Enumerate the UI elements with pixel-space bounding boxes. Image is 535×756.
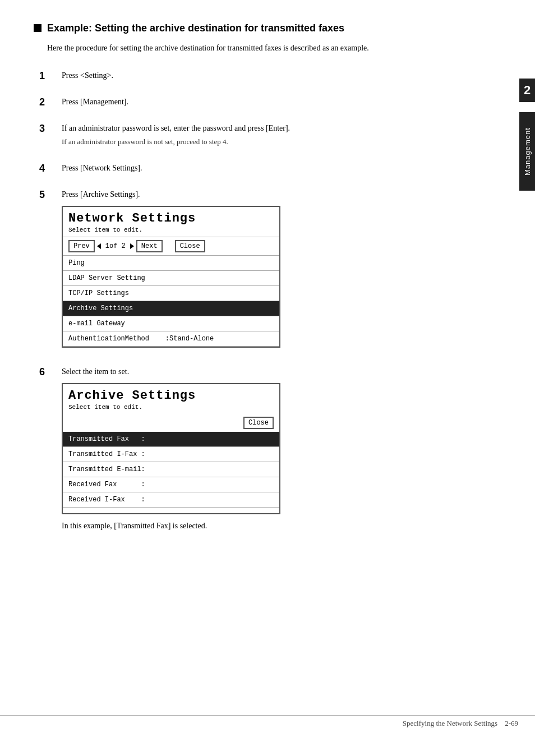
- archive-settings-screen: Archive Settings Select item to edit. Cl…: [62, 383, 280, 514]
- step-1: 1 Press <Setting>.: [39, 70, 501, 84]
- close-button-screen1[interactable]: Close: [175, 240, 205, 252]
- section-title: Example: Setting the archive destination…: [47, 22, 344, 34]
- menu-item-received-ifax[interactable]: Received I-Fax :: [63, 492, 279, 508]
- menu-item-auth-method[interactable]: AuthenticationMethod :Stand-Alone: [63, 331, 279, 347]
- screen2-title: Archive Settings: [63, 384, 279, 404]
- step-1-content: Press <Setting>.: [62, 70, 501, 84]
- menu-item-archive-settings[interactable]: Archive Settings: [63, 301, 279, 316]
- chapter-number: 2: [519, 79, 535, 102]
- prev-button[interactable]: Prev: [68, 240, 95, 252]
- step-6-content: Select the item to set. Archive Settings…: [62, 366, 501, 534]
- close-button-screen2[interactable]: Close: [243, 417, 274, 429]
- step-6: 6 Select the item to set. Archive Settin…: [39, 366, 501, 534]
- step-2-number: 2: [39, 96, 56, 109]
- screen1-subtitle: Select item to edit.: [63, 227, 279, 237]
- menu-item-ldap[interactable]: LDAP Server Setting: [63, 271, 279, 286]
- menu-item-received-fax[interactable]: Received Fax :: [63, 477, 279, 492]
- next-button[interactable]: Next: [136, 240, 163, 252]
- screen1-toolbar: Prev 1of 2 Next Close: [63, 237, 279, 256]
- step-3-subnote: If an administrator password is not set,…: [62, 136, 501, 147]
- step-3: 3 If an administrator password is set, e…: [39, 122, 501, 150]
- step-5-text: Press [Archive Settings].: [62, 188, 501, 200]
- step-1-number: 1: [39, 70, 56, 82]
- step-4-number: 4: [39, 162, 56, 175]
- screen1-title: Network Settings: [63, 207, 279, 227]
- network-settings-screen: Network Settings Select item to edit. Pr…: [62, 206, 280, 348]
- screen2-close-row: Close: [63, 414, 279, 432]
- step-3-number: 3: [39, 122, 56, 135]
- menu-item-transmitted-ifax[interactable]: Transmitted I-Fax :: [63, 447, 279, 462]
- step-3-text: If an administrator password is set, ent…: [62, 122, 501, 134]
- menu-item-ping[interactable]: Ping: [63, 256, 279, 271]
- step-5: 5 Press [Archive Settings]. Network Sett…: [39, 188, 501, 353]
- step-2-content: Press [Management].: [62, 96, 501, 110]
- step-6-text: Select the item to set.: [62, 366, 501, 377]
- intro-text: Here the procedure for setting the archi…: [47, 42, 501, 54]
- step6-note: In this example, [Transmitted Fax] is se…: [62, 520, 501, 532]
- step-4-content: Press [Network Settings].: [62, 162, 501, 176]
- menu-item-tcpip[interactable]: TCP/IP Settings: [63, 286, 279, 301]
- menu-item-transmitted-email[interactable]: Transmitted E-mail:: [63, 462, 279, 477]
- step-6-number: 6: [39, 366, 56, 379]
- page-container: 2 Management Example: Setting the archiv…: [0, 0, 535, 756]
- step-3-content: If an administrator password is set, ent…: [62, 122, 501, 150]
- section-heading: Example: Setting the archive destination…: [34, 22, 501, 34]
- step-1-text: Press <Setting>.: [62, 70, 501, 81]
- side-tab: Management: [519, 112, 535, 191]
- heading-square-icon: [34, 24, 41, 32]
- page-info: 1of 2: [105, 242, 126, 250]
- step-4: 4 Press [Network Settings].: [39, 162, 501, 176]
- step-4-text: Press [Network Settings].: [62, 162, 501, 174]
- footer: Specifying the Network Settings 2-69: [0, 715, 535, 728]
- footer-text: Specifying the Network Settings: [403, 719, 497, 728]
- footer-page: 2-69: [505, 719, 518, 728]
- next-arrow-icon: [130, 243, 134, 249]
- step-2: 2 Press [Management].: [39, 96, 501, 110]
- menu-item-email-gateway[interactable]: e-mail Gateway: [63, 316, 279, 331]
- step-2-text: Press [Management].: [62, 96, 501, 108]
- step-5-content: Press [Archive Settings]. Network Settin…: [62, 188, 501, 353]
- screen2-subtitle: Select item to edit.: [63, 404, 279, 414]
- menu-item-transmitted-fax[interactable]: Transmitted Fax :: [63, 432, 279, 447]
- prev-arrow-icon: [97, 243, 101, 249]
- step-5-number: 5: [39, 188, 56, 201]
